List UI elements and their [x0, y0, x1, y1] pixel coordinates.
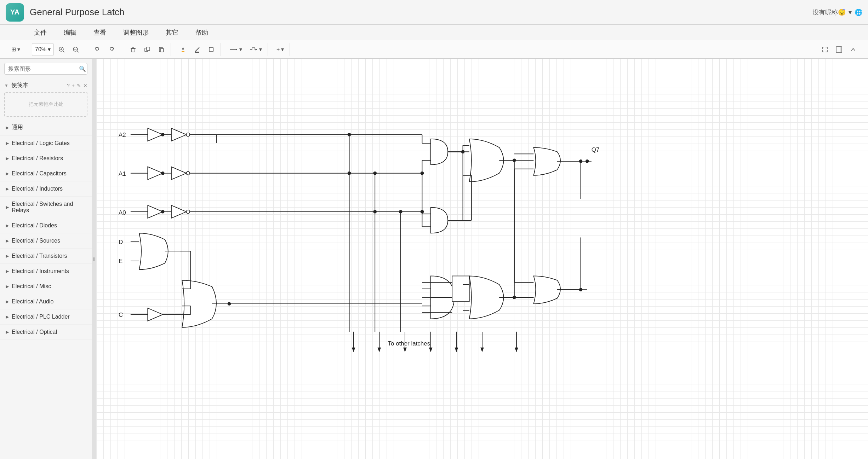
label-a1: A1	[119, 170, 126, 177]
sidebar-collapse-handle[interactable]: ‖	[92, 59, 96, 459]
arrow-icon: ▶	[6, 330, 9, 335]
collapse-toolbar-button[interactable]	[847, 43, 860, 56]
svg-point-139	[348, 172, 351, 175]
svg-rect-13	[182, 51, 184, 52]
fullscreen-button[interactable]	[818, 43, 831, 56]
svg-rect-22	[836, 47, 842, 52]
menu-other[interactable]: 其它	[163, 27, 181, 38]
sidebar-item-label: Electrical / Audio	[12, 298, 53, 305]
fill-color-button[interactable]	[177, 43, 189, 56]
svg-rect-145	[452, 276, 469, 302]
sidebar-item-audio[interactable]: ▶ Electrical / Audio	[0, 294, 92, 309]
notepad-collapse-arrow[interactable]: ▼	[4, 83, 8, 88]
arrow-icon: ▶	[6, 141, 9, 146]
search-box[interactable]: 🔍	[4, 63, 87, 75]
menu-help[interactable]: 帮助	[193, 27, 211, 38]
toolbar-history-group	[88, 43, 121, 56]
line-color-button[interactable]	[191, 43, 204, 56]
globe-icon[interactable]: 🌐	[855, 8, 862, 16]
layout-button[interactable]: ⊞ ▾	[8, 43, 23, 56]
undo-button[interactable]	[91, 43, 104, 56]
sidebar-item-label: Electrical / Capacitors	[12, 170, 67, 177]
search-input[interactable]	[8, 66, 79, 72]
svg-marker-111	[455, 348, 458, 352]
menu-adjust[interactable]: 调整图形	[120, 27, 152, 38]
svg-point-77	[161, 172, 165, 175]
svg-point-141	[373, 210, 377, 214]
notepad-help-icon[interactable]: ?	[67, 83, 70, 88]
sidebar-item-optical[interactable]: ▶ Electrical / Optical	[0, 325, 92, 340]
menu-edit[interactable]: 编辑	[61, 27, 79, 38]
notepad-title: 便笺本	[11, 82, 28, 89]
menu-file[interactable]: 文件	[31, 27, 50, 38]
sidebar-item-logic-gates[interactable]: ▶ Electrical / Logic Gates	[0, 136, 92, 151]
notepad-close-icon[interactable]: ✕	[83, 83, 87, 88]
sidebar-item-misc[interactable]: ▶ Electrical / Misc	[0, 279, 92, 294]
svg-point-140	[373, 172, 377, 175]
zoom-level: 70%	[35, 46, 46, 53]
connector-dropdown: ▾	[239, 46, 242, 53]
sidebar-item-diodes[interactable]: ▶ Electrical / Diodes	[0, 218, 92, 233]
zoom-in-button[interactable]	[55, 43, 68, 56]
layout-dropdown[interactable]: ▾	[17, 46, 20, 53]
sidebar-item-sources[interactable]: ▶ Electrical / Sources	[0, 233, 92, 249]
toolbar-insert-group: + ▾	[271, 43, 290, 56]
user-name: 没有昵称😴	[812, 8, 846, 17]
menubar: 文件 编辑 查看 调整图形 其它 帮助	[0, 25, 868, 40]
insert-dropdown: ▾	[281, 46, 284, 53]
notepad-edit-icon[interactable]: ✎	[77, 83, 81, 88]
toolbar-layout-group: ⊞ ▾	[6, 43, 26, 56]
sidebar-item-label: Electrical / Transistors	[12, 253, 67, 259]
svg-point-116	[421, 210, 424, 214]
svg-marker-20	[236, 48, 237, 51]
sidebar-item-instruments[interactable]: ▶ Electrical / Instruments	[0, 264, 92, 279]
svg-rect-10	[147, 47, 150, 51]
sidebar: 🔍 ▼ 便笺本 ? + ✎ ✕ 把元素拖至此处 ▶ 通用 ▶ Electrica…	[0, 59, 92, 459]
sidebar-item-inductors[interactable]: ▶ Electrical / Inductors	[0, 181, 92, 197]
sidebar-item-label: Electrical / Inductors	[12, 186, 63, 192]
svg-marker-25	[148, 128, 162, 141]
user-dropdown-icon[interactable]: ▾	[849, 8, 852, 16]
shadow-button[interactable]	[205, 43, 218, 56]
sidebar-item-label: Electrical / Switches and Relays	[12, 201, 86, 214]
arrow-icon: ▶	[6, 284, 9, 289]
zoom-display[interactable]: 70% ▾	[32, 43, 54, 56]
arrow-icon: ▶	[6, 269, 9, 274]
sidebar-item-label: Electrical / Diodes	[12, 222, 57, 229]
delete-button[interactable]	[127, 43, 139, 56]
search-icon: 🔍	[79, 65, 86, 72]
copy-button[interactable]	[155, 43, 168, 56]
user-area[interactable]: 没有昵称😴 ▾ 🌐	[812, 8, 862, 17]
sidebar-item-plc-ladder[interactable]: ▶ Electrical / PLC Ladder	[0, 309, 92, 325]
svg-marker-40	[148, 308, 162, 321]
menu-view[interactable]: 查看	[91, 27, 109, 38]
connector-style-button[interactable]: ▾	[227, 43, 245, 56]
sidebar-item-resistors[interactable]: ▶ Electrical / Resistors	[0, 151, 92, 166]
panel-button[interactable]	[833, 43, 845, 56]
canvas-grid: .circuit-text { font-family: Arial, sans…	[96, 59, 868, 459]
toolbar-format-group	[174, 43, 221, 56]
toolbar-edit-group	[124, 43, 171, 56]
sidebar-item-switches-relays[interactable]: ▶ Electrical / Switches and Relays	[0, 197, 92, 218]
svg-rect-18	[209, 47, 213, 51]
sidebar-item-general[interactable]: ▶ 通用	[0, 120, 92, 136]
sidebar-item-capacitors[interactable]: ▶ Electrical / Capacitors	[0, 166, 92, 181]
arrow-icon: ▶	[6, 314, 9, 319]
zoom-out-button[interactable]	[69, 43, 82, 56]
label-q7: Q7	[592, 146, 600, 153]
arrow-icon: ▶	[6, 254, 9, 258]
redo-button[interactable]	[105, 43, 118, 56]
canvas-area[interactable]: .circuit-text { font-family: Arial, sans…	[96, 59, 868, 459]
notepad-add-icon[interactable]: +	[72, 83, 75, 88]
collapse-icon: ‖	[92, 257, 96, 261]
svg-marker-27	[171, 128, 186, 141]
duplicate-button[interactable]	[141, 43, 154, 56]
waypoint-button[interactable]: ▾	[246, 43, 265, 56]
svg-point-142	[399, 210, 402, 214]
sidebar-item-transistors[interactable]: ▶ Electrical / Transistors	[0, 249, 92, 264]
sidebar-item-label: Electrical / Instruments	[12, 268, 69, 274]
insert-button[interactable]: + ▾	[274, 43, 287, 56]
svg-point-28	[186, 133, 190, 136]
label-a2: A2	[119, 132, 126, 138]
svg-point-74	[161, 133, 165, 136]
